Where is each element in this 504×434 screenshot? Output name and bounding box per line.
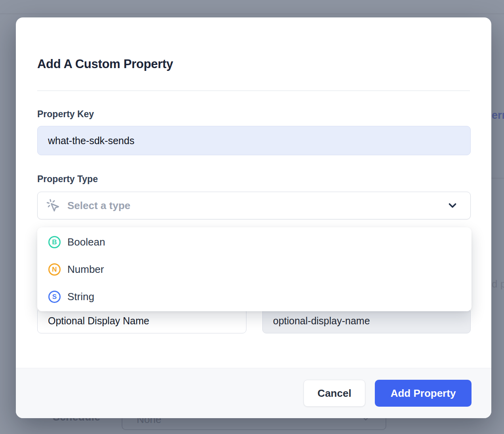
type-option-string[interactable]: S String (37, 283, 472, 310)
background-header-edge (0, 13, 504, 14)
display-name-input[interactable] (37, 308, 246, 333)
type-option-label: String (67, 291, 94, 303)
number-type-icon: N (48, 263, 61, 276)
dialog-title: Add A Custom Property (37, 57, 173, 71)
cancel-button[interactable]: Cancel (304, 380, 365, 407)
string-type-icon: S (48, 291, 61, 303)
mouse-pointer-click-icon (46, 198, 60, 213)
chevron-down-icon (447, 200, 458, 211)
title-divider (37, 90, 470, 91)
property-type-label: Property Type (37, 174, 98, 185)
property-type-placeholder: Select a type (67, 200, 130, 212)
property-type-select[interactable]: Select a type (37, 192, 471, 219)
type-option-boolean[interactable]: B Boolean (37, 228, 472, 256)
background-text-fragment: d p (492, 278, 504, 290)
type-option-label: Number (67, 263, 104, 276)
add-property-button[interactable]: Add Property (375, 380, 472, 407)
property-key-input[interactable] (37, 126, 471, 155)
type-option-label: Boolean (67, 236, 105, 248)
type-option-number[interactable]: N Number (37, 256, 472, 283)
dialog-footer: Cancel Add Property (16, 368, 491, 418)
display-key-input (262, 308, 471, 333)
property-type-dropdown: B Boolean N Number S String (37, 227, 472, 311)
boolean-type-icon: B (48, 236, 61, 248)
background-divider (491, 178, 504, 179)
background-link-fragment: erm (492, 109, 504, 122)
add-custom-property-dialog: Add A Custom Property Property Key Prope… (16, 17, 491, 418)
property-key-label: Property Key (37, 109, 94, 120)
